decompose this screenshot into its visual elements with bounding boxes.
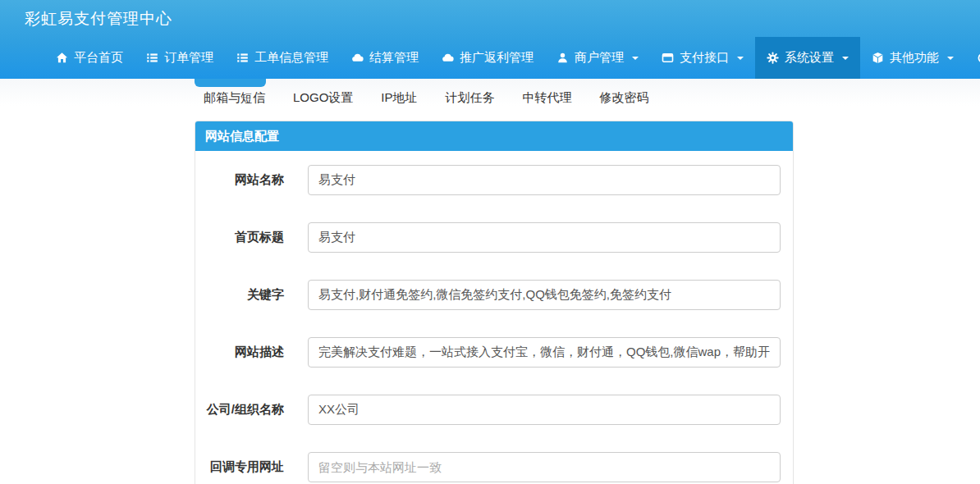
form-row-keywords: 关键字 [195, 280, 781, 310]
nav-item-label: 商户管理 [575, 50, 624, 66]
app-header: 彩虹易支付管理中心 平台首页 订单管理 工单信息管理 结算管理 [0, 0, 980, 79]
panel-title: 网站信息配置 [195, 121, 793, 151]
card-icon [662, 52, 674, 64]
nav-item-payment-api[interactable]: 支付接口 [650, 37, 755, 79]
power-icon [977, 52, 980, 64]
nav-item-label: 推广返利管理 [460, 50, 534, 66]
site-name-input[interactable] [308, 165, 781, 195]
callback-url-label: 回调专用网址 [195, 459, 284, 475]
nav-item-other-functions[interactable]: 其他功能 [860, 37, 965, 79]
home-title-label: 首页标题 [195, 230, 284, 245]
home-title-input[interactable] [308, 222, 781, 253]
company-name-label: 公司/组织名称 [195, 402, 284, 418]
nav-item-logout[interactable]: 退出登录 [965, 37, 980, 79]
nav-item-orders[interactable]: 订单管理 [135, 37, 225, 79]
nav-item-label: 结算管理 [369, 50, 419, 66]
nav-item-label: 平台首页 [74, 50, 123, 66]
active-tab-indicator[interactable] [195, 79, 266, 87]
chevron-down-icon [842, 57, 849, 60]
site-info-panel: 网站信息配置 网站名称 首页标题 关键字 网站描述 公司/组织名称 回调专用网址 [195, 121, 794, 484]
nav-item-platform-home[interactable]: 平台首页 [44, 37, 135, 79]
chevron-down-icon [737, 57, 744, 60]
keywords-label: 关键字 [195, 287, 284, 303]
chevron-down-icon [947, 57, 954, 60]
site-info-form: 网站名称 首页标题 关键字 网站描述 公司/组织名称 回调专用网址 [195, 151, 793, 484]
app-title: 彩虹易支付管理中心 [25, 8, 172, 30]
nav-item-settlement[interactable]: 结算管理 [340, 37, 430, 79]
tab-email-sms[interactable]: 邮箱与短信 [204, 90, 265, 106]
home-icon [56, 52, 68, 64]
settings-subnav: 邮箱与短信 LOGO设置 IP地址 计划任务 中转代理 修改密码 [0, 79, 980, 117]
cloud-icon [442, 52, 454, 64]
tab-ip-address[interactable]: IP地址 [381, 90, 417, 106]
site-name-label: 网站名称 [195, 172, 284, 188]
list-icon [236, 52, 249, 64]
list-icon [146, 52, 158, 64]
cloud-icon [351, 52, 364, 64]
nav-item-label: 订单管理 [164, 50, 213, 66]
site-description-input[interactable] [308, 337, 781, 368]
form-row-company-name: 公司/组织名称 [195, 395, 781, 425]
form-row-site-description: 网站描述 [195, 337, 781, 368]
site-description-label: 网站描述 [195, 345, 284, 360]
tab-relay-proxy[interactable]: 中转代理 [523, 90, 572, 106]
form-row-site-name: 网站名称 [195, 165, 781, 195]
chevron-down-icon [632, 57, 639, 60]
company-name-input[interactable] [308, 395, 781, 425]
tab-change-password[interactable]: 修改密码 [600, 90, 649, 106]
tab-cron-tasks[interactable]: 计划任务 [446, 90, 495, 106]
main-nav: 平台首页 订单管理 工单信息管理 结算管理 推广返利管理 [0, 37, 980, 79]
cube-icon [872, 52, 884, 64]
form-row-callback-url: 回调专用网址 [195, 452, 781, 482]
nav-item-tickets[interactable]: 工单信息管理 [225, 37, 340, 79]
brand-row: 彩虹易支付管理中心 [0, 0, 980, 37]
callback-url-input[interactable] [308, 452, 781, 482]
form-row-home-title: 首页标题 [195, 222, 781, 253]
user-icon [556, 52, 569, 64]
tab-logo-settings[interactable]: LOGO设置 [293, 90, 353, 106]
nav-item-system-settings[interactable]: 系统设置 [755, 37, 860, 79]
nav-item-label: 系统设置 [785, 50, 834, 66]
nav-item-merchants[interactable]: 商户管理 [545, 37, 650, 79]
nav-item-label: 支付接口 [680, 50, 729, 66]
nav-item-rebate[interactable]: 推广返利管理 [430, 37, 545, 79]
nav-item-label: 其他功能 [890, 50, 939, 66]
nav-item-label: 工单信息管理 [254, 50, 328, 66]
gear-icon [767, 52, 779, 64]
keywords-input[interactable] [308, 280, 781, 310]
